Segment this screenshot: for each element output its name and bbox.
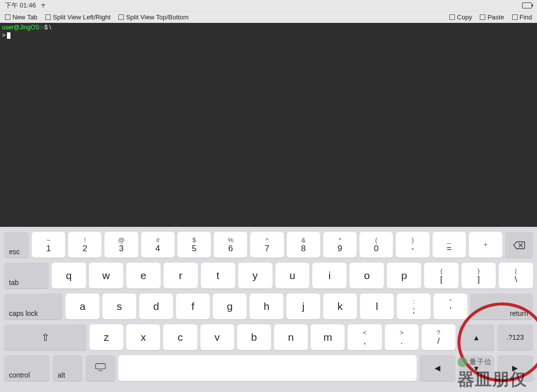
backspace-icon [513,241,525,249]
key-u[interactable]: u [275,263,310,289]
keyboard-row-5: control alt ◀ ▼ ▶ [4,355,533,381]
key-arrow-left[interactable]: ◀ [420,355,455,381]
key-5[interactable]: $5 [178,232,211,258]
battery-icon [522,2,532,8]
key-arrow-down[interactable]: ▼ [458,355,494,381]
find-icon [512,14,518,20]
key-m[interactable]: m [311,324,345,350]
wifi-icon [40,1,47,10]
arrow-down-icon: ▼ [473,364,480,373]
terminal-line-1: user@JingOS:~$ \ [2,24,535,32]
arrow-up-icon: ▲ [473,333,480,342]
split-tb-icon [118,14,124,20]
key-9[interactable]: *9 [323,232,357,258]
key-k[interactable]: k [323,294,357,319]
paste-icon [480,14,485,20]
keyboard-row-2: tab q w e r t y u i o p {[ }] |\ [4,263,533,289]
virtual-keyboard: esc ~1 !2 @3 #4 $5 %6 ^7 &8 *9 (0 )- _= … [0,227,537,392]
key-semicolon[interactable]: :; [397,294,431,319]
new-tab-button[interactable]: New Tab [5,13,37,21]
key-r[interactable]: r [164,263,198,289]
key-arrow-up[interactable]: ▲ [458,324,494,350]
key-3[interactable]: @3 [104,232,138,258]
paste-label: Paste [487,13,504,21]
key-7[interactable]: ^7 [250,232,283,258]
key-c[interactable]: c [163,324,197,350]
split-lr-label: Split View Left/Right [53,13,110,21]
key-slash[interactable]: ?/ [422,324,455,350]
key-t[interactable]: t [201,263,235,289]
find-button[interactable]: Find [512,13,532,21]
arrow-left-icon: ◀ [435,364,441,373]
cursor [7,32,10,39]
status-bar: 下午 01:46 [0,0,537,11]
terminal[interactable]: user@JingOS:~$ \ > [0,23,537,227]
key-x[interactable]: x [126,324,160,350]
key-o[interactable]: o [350,263,384,289]
key-right-bracket[interactable]: }] [461,263,496,289]
paste-button[interactable]: Paste [480,13,504,21]
key-8[interactable]: &8 [287,232,320,258]
key-p[interactable]: p [387,263,421,289]
key-y[interactable]: y [238,263,272,289]
key-comma[interactable]: <, [348,324,381,350]
key-h[interactable]: h [250,294,283,319]
key-1[interactable]: ~1 [32,232,65,258]
split-top-bottom-button[interactable]: Split View Top/Bottom [118,13,188,21]
terminal-line-2: > [2,32,535,40]
key-quote[interactable]: "' [434,294,467,319]
key-z[interactable]: z [90,324,123,350]
key-n[interactable]: n [274,324,308,350]
key-2[interactable]: !2 [68,232,101,258]
key-period[interactable]: >. [385,324,419,350]
key-tab[interactable]: tab [4,263,49,289]
copy-icon [449,14,455,20]
key-left-bracket[interactable]: {[ [424,263,458,289]
copy-button[interactable]: Copy [449,13,472,21]
shift-icon: ⇧ [41,331,50,343]
key-e[interactable]: e [126,263,161,289]
keyboard-row-4: ⇧ z x c v b n m <, >. ?/ ▲ .?123 [4,324,533,350]
key-f[interactable]: f [176,294,210,319]
prompt-user: user@JingOS: [2,24,41,31]
new-tab-icon [5,14,10,20]
svg-rect-0 [95,364,105,369]
key-6[interactable]: %6 [214,232,247,258]
key-q[interactable]: q [52,263,86,289]
key-d[interactable]: d [139,294,173,319]
keyboard-row-1: esc ~1 !2 @3 #4 $5 %6 ^7 &8 *9 (0 )- _= … [4,232,533,258]
key-backspace[interactable] [505,232,533,258]
split-left-right-button[interactable]: Split View Left/Right [45,13,110,21]
key-space[interactable] [118,355,417,381]
key-caps-lock[interactable]: caps lock [4,294,63,319]
key-j[interactable]: j [286,294,320,319]
key-return[interactable]: return [470,294,533,319]
split-tb-label: Split View Top/Bottom [126,13,188,21]
key-alt[interactable]: alt [53,355,83,381]
key-plus[interactable]: + [469,232,502,258]
key-l[interactable]: l [360,294,394,319]
key-arrow-right[interactable]: ▶ [497,355,533,381]
find-label: Find [520,13,532,21]
key-4[interactable]: #4 [141,232,175,258]
key-i[interactable]: i [312,263,347,289]
key-backslash[interactable]: |\ [499,263,533,289]
key-hide-keyboard[interactable] [86,355,115,381]
key-w[interactable]: w [89,263,123,289]
key-g[interactable]: g [213,294,247,319]
clock: 下午 01:46 [5,1,36,10]
key-b[interactable]: b [237,324,271,350]
key-a[interactable]: a [66,294,99,319]
keyboard-hide-icon [95,363,106,374]
key-control[interactable]: control [4,355,50,381]
key-minus[interactable]: )- [396,232,429,258]
key-s[interactable]: s [102,294,136,319]
key-esc[interactable]: esc [4,232,29,258]
continuation-prompt: > [2,32,5,39]
key-numeric-toggle[interactable]: .?123 [497,324,533,350]
key-v[interactable]: v [200,324,234,350]
key-shift[interactable]: ⇧ [4,324,87,350]
prompt-symbol: $ [44,24,48,31]
key-equals[interactable]: _= [433,232,466,258]
key-0[interactable]: (0 [359,232,393,258]
